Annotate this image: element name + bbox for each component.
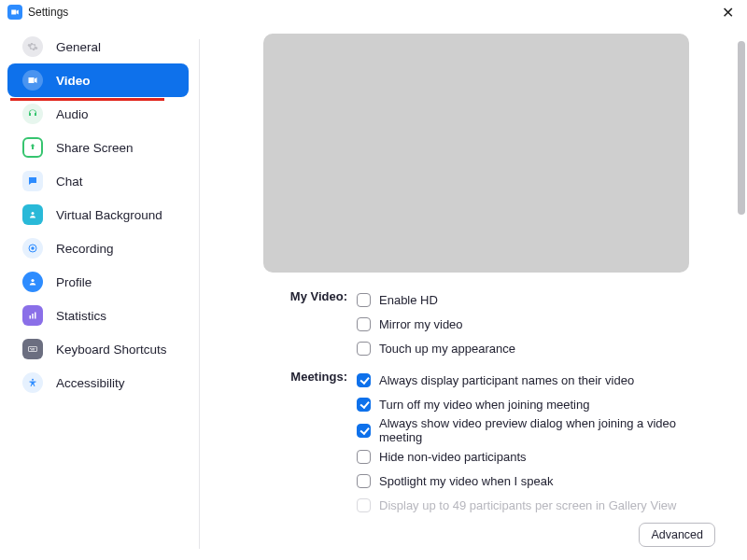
- option-show-video-preview-dialog[interactable]: Always show video preview dialog when jo…: [357, 416, 691, 444]
- checkbox[interactable]: [357, 398, 371, 412]
- vertical-scrollbar[interactable]: [738, 41, 745, 215]
- advanced-button-label: Advanced: [651, 528, 703, 541]
- sidebar-item-general[interactable]: General: [7, 30, 189, 63]
- chat-icon: [22, 171, 43, 191]
- recording-icon: [22, 238, 43, 259]
- svg-rect-11: [35, 348, 35, 349]
- share-screen-icon: [22, 137, 43, 158]
- settings-main: My Video: Enable HD Mirror my video Touc…: [200, 24, 747, 560]
- advanced-button[interactable]: Advanced: [639, 523, 715, 547]
- checkbox: [357, 498, 371, 512]
- option-label: Turn off my video when joining meeting: [379, 398, 589, 412]
- checkbox[interactable]: [357, 342, 371, 356]
- sidebar-item-chat[interactable]: Chat: [7, 164, 189, 198]
- sidebar-item-label: Video: [56, 74, 91, 88]
- svg-rect-9: [32, 348, 33, 349]
- option-label: Touch up my appearance: [379, 342, 515, 356]
- option-spotlight-my-video[interactable]: Spotlight my video when I speak: [357, 469, 691, 493]
- settings-sidebar: General Video Audio Share Screen: [0, 24, 200, 560]
- checkbox[interactable]: [357, 293, 371, 307]
- headphones-icon: [22, 104, 43, 124]
- gear-icon: [22, 36, 43, 57]
- meetings-options: Always display participant names on thei…: [357, 368, 691, 517]
- sidebar-item-label: Share Screen: [56, 141, 134, 155]
- checkbox[interactable]: [357, 317, 371, 331]
- accessibility-icon: [22, 372, 43, 393]
- svg-rect-4: [30, 315, 32, 319]
- sidebar-item-label: Virtual Background: [56, 208, 162, 222]
- svg-rect-8: [30, 348, 31, 349]
- option-label: Always show video preview dialog when jo…: [379, 416, 691, 444]
- video-icon: [22, 70, 43, 91]
- checkbox[interactable]: [357, 373, 371, 387]
- app-icon: [7, 5, 22, 20]
- svg-point-2: [31, 246, 35, 250]
- sidebar-item-label: Chat: [56, 175, 83, 189]
- option-touch-up-appearance[interactable]: Touch up my appearance: [357, 336, 691, 360]
- svg-rect-12: [31, 350, 35, 351]
- checkbox[interactable]: [357, 424, 371, 438]
- checkbox[interactable]: [357, 450, 371, 464]
- option-label: Display up to 49 participants per screen…: [379, 498, 676, 512]
- sidebar-item-virtual-background[interactable]: Virtual Background: [7, 198, 189, 231]
- option-label: Enable HD: [379, 293, 438, 307]
- svg-rect-5: [32, 314, 34, 319]
- close-button[interactable]: ✕: [718, 4, 738, 21]
- svg-point-13: [32, 379, 34, 381]
- svg-rect-7: [29, 347, 37, 352]
- sidebar-item-label: Keyboard Shortcuts: [56, 343, 167, 357]
- sidebar-item-profile[interactable]: Profile: [7, 265, 189, 299]
- keyboard-icon: [22, 339, 43, 359]
- svg-rect-10: [33, 348, 34, 349]
- annotation-underline: [10, 98, 164, 101]
- option-turn-off-video-on-join[interactable]: Turn off my video when joining meeting: [357, 392, 691, 416]
- statistics-icon: [22, 305, 43, 326]
- title-bar-left: Settings: [7, 5, 68, 20]
- option-label: Mirror my video: [379, 317, 463, 331]
- option-enable-hd[interactable]: Enable HD: [357, 287, 691, 312]
- sidebar-item-share-screen[interactable]: Share Screen: [7, 131, 189, 164]
- option-mirror-my-video[interactable]: Mirror my video: [357, 312, 691, 336]
- svg-point-3: [31, 279, 34, 282]
- sidebar-item-label: Statistics: [56, 309, 106, 323]
- section-heading-my-video: My Video:: [263, 287, 347, 360]
- sidebar-item-audio[interactable]: Audio: [7, 97, 189, 131]
- profile-icon: [22, 272, 43, 292]
- sidebar-item-label: Profile: [56, 275, 92, 289]
- svg-rect-6: [35, 313, 36, 319]
- sidebar-item-keyboard-shortcuts[interactable]: Keyboard Shortcuts: [7, 332, 189, 366]
- option-hide-non-video-participants[interactable]: Hide non-video participants: [357, 444, 691, 469]
- sidebar-item-video[interactable]: Video: [7, 63, 189, 97]
- sidebar-item-label: Accessibility: [56, 376, 125, 390]
- sidebar-item-recording[interactable]: Recording: [7, 231, 189, 265]
- sidebar-item-label: General: [56, 40, 101, 54]
- option-label: Hide non-video participants: [379, 450, 527, 464]
- option-display-participant-names[interactable]: Always display participant names on thei…: [357, 368, 691, 392]
- sidebar-item-label: Audio: [56, 107, 89, 121]
- sidebar-item-statistics[interactable]: Statistics: [7, 299, 189, 332]
- title-bar: Settings ✕: [0, 0, 747, 24]
- sidebar-item-label: Recording: [56, 242, 114, 256]
- option-label: Always display participant names on thei…: [379, 373, 634, 387]
- checkbox[interactable]: [357, 474, 371, 488]
- option-49-participants-gallery: Display up to 49 participants per screen…: [357, 493, 691, 517]
- window-title: Settings: [28, 6, 68, 19]
- sidebar-item-accessibility[interactable]: Accessibility: [7, 366, 189, 399]
- virtual-background-icon: [22, 204, 43, 225]
- video-preview: [263, 34, 689, 273]
- svg-point-0: [32, 212, 35, 215]
- option-label: Spotlight my video when I speak: [379, 474, 553, 488]
- my-video-options: Enable HD Mirror my video Touch up my ap…: [357, 287, 691, 360]
- section-heading-meetings: Meetings:: [263, 368, 347, 517]
